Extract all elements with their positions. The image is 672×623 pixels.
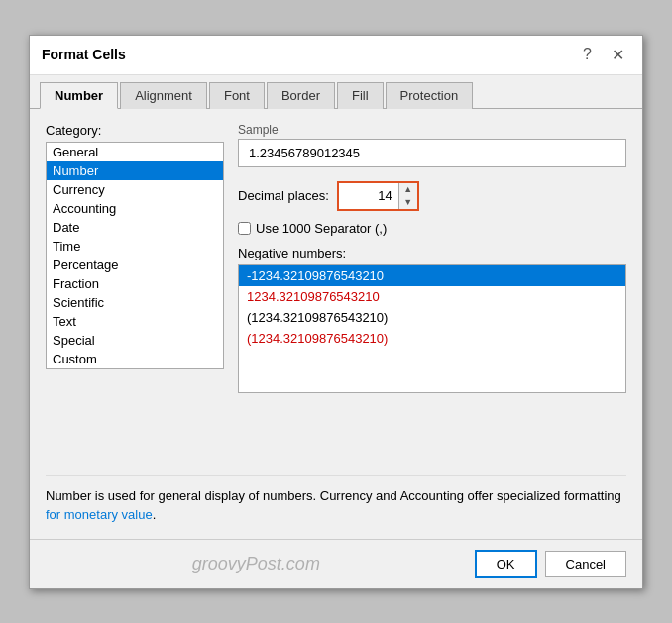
close-button[interactable]: ✕ bbox=[606, 44, 630, 66]
negative-item-1[interactable]: 1234.32109876543210 bbox=[239, 286, 625, 307]
category-list[interactable]: General Number Currency Accounting Date … bbox=[46, 142, 224, 369]
title-bar-buttons: ? ✕ bbox=[577, 44, 630, 66]
help-button[interactable]: ? bbox=[577, 44, 598, 65]
decimal-input-wrap: ▲ ▼ bbox=[337, 181, 419, 211]
category-item-text[interactable]: Text bbox=[47, 312, 223, 331]
sample-value: 1.23456789012345 bbox=[249, 146, 360, 160]
category-item-percentage[interactable]: Percentage bbox=[47, 256, 223, 274]
negative-list-box: -1234.32109876543210 1234.32109876543210… bbox=[238, 264, 626, 393]
separator-label[interactable]: Use 1000 Separator (,) bbox=[238, 221, 387, 236]
left-panel: Category: General Number Currency Accoun… bbox=[46, 123, 224, 466]
sample-box: 1.23456789012345 bbox=[238, 139, 626, 167]
format-cells-dialog: Format Cells ? ✕ Number Alignment Font B… bbox=[29, 35, 643, 589]
dialog-title: Format Cells bbox=[42, 47, 126, 62]
cancel-button[interactable]: Cancel bbox=[545, 551, 626, 577]
category-item-special[interactable]: Special bbox=[47, 331, 223, 350]
spin-up-button[interactable]: ▲ bbox=[399, 183, 417, 196]
tab-bar: Number Alignment Font Border Fill Protec… bbox=[30, 75, 642, 109]
negative-item-3[interactable]: (1234.32109876543210) bbox=[239, 328, 625, 349]
negative-item-0[interactable]: -1234.32109876543210 bbox=[239, 265, 625, 286]
category-item-date[interactable]: Date bbox=[47, 218, 223, 237]
separator-text: Use 1000 Separator (,) bbox=[256, 221, 387, 236]
decimal-places-input[interactable] bbox=[339, 183, 398, 209]
sample-section: Sample 1.23456789012345 bbox=[238, 123, 626, 171]
decimal-places-row: Decimal places: ▲ ▼ bbox=[238, 181, 626, 211]
decimal-places-label: Decimal places: bbox=[238, 188, 329, 203]
category-list-wrapper: General Number Currency Accounting Date … bbox=[46, 142, 224, 466]
main-area: Category: General Number Currency Accoun… bbox=[46, 123, 626, 466]
sample-label: Sample bbox=[238, 123, 626, 137]
separator-checkbox[interactable] bbox=[238, 222, 251, 235]
tab-fill[interactable]: Fill bbox=[337, 82, 384, 109]
category-label: Category: bbox=[46, 123, 224, 138]
category-item-scientific[interactable]: Scientific bbox=[47, 293, 223, 312]
category-item-currency[interactable]: Currency bbox=[47, 180, 223, 199]
negative-list-wrapper: -1234.32109876543210 1234.32109876543210… bbox=[238, 264, 626, 393]
category-item-number[interactable]: Number bbox=[47, 161, 223, 180]
title-bar: Format Cells ? ✕ bbox=[30, 36, 642, 75]
negative-list[interactable]: -1234.32109876543210 1234.32109876543210… bbox=[239, 265, 625, 349]
tab-alignment[interactable]: Alignment bbox=[120, 82, 207, 109]
description-text-before: Number is used for general display of nu… bbox=[46, 488, 621, 503]
footer: groovyPost.com OK Cancel bbox=[30, 539, 642, 588]
watermark: groovyPost.com bbox=[46, 554, 467, 574]
ok-button[interactable]: OK bbox=[475, 550, 537, 578]
category-item-accounting[interactable]: Accounting bbox=[47, 199, 223, 218]
tab-font[interactable]: Font bbox=[209, 82, 265, 109]
negative-item-2[interactable]: (1234.32109876543210) bbox=[239, 307, 625, 328]
tab-number[interactable]: Number bbox=[40, 82, 118, 109]
category-item-general[interactable]: General bbox=[47, 143, 223, 161]
dialog-content: Category: General Number Currency Accoun… bbox=[30, 109, 642, 539]
description-link[interactable]: for monetary value bbox=[46, 507, 153, 522]
category-item-custom[interactable]: Custom bbox=[47, 350, 223, 368]
description: Number is used for general display of nu… bbox=[46, 475, 626, 525]
negative-label: Negative numbers: bbox=[238, 246, 626, 260]
description-text-after: . bbox=[153, 507, 157, 522]
negative-section: Negative numbers: -1234.32109876543210 1… bbox=[238, 246, 626, 466]
category-item-time[interactable]: Time bbox=[47, 237, 223, 256]
decimal-spinner: ▲ ▼ bbox=[398, 183, 417, 209]
category-item-fraction[interactable]: Fraction bbox=[47, 274, 223, 293]
spin-down-button[interactable]: ▼ bbox=[399, 196, 417, 209]
tab-protection[interactable]: Protection bbox=[386, 82, 474, 109]
separator-row: Use 1000 Separator (,) bbox=[238, 221, 626, 236]
tab-border[interactable]: Border bbox=[267, 82, 335, 109]
right-panel: Sample 1.23456789012345 Decimal places: … bbox=[238, 123, 626, 466]
